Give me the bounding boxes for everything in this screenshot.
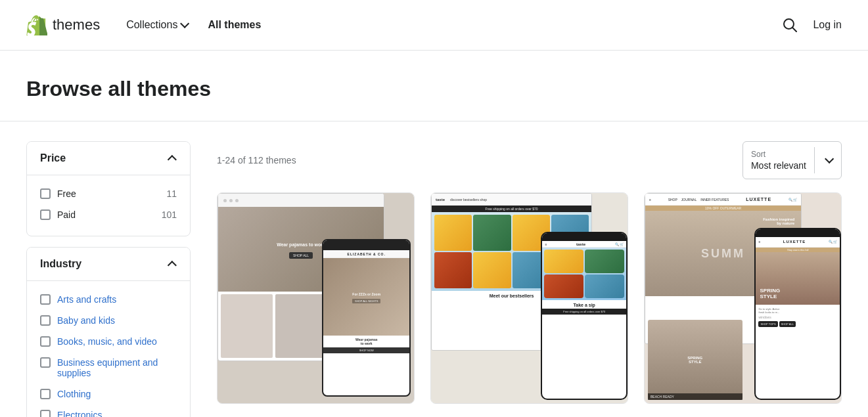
paid-checkbox[interactable] (40, 209, 51, 220)
chevron-down-icon (180, 19, 189, 28)
industry-business-equipment: Business equipment and supplies (40, 352, 177, 384)
logo-text: themes (53, 16, 100, 33)
card1-mobile-mockup: ELIZABETH & CO. For ZZZs or Zoom SHOP AL… (322, 239, 411, 397)
price-filter-body: Free 11 Paid 101 (27, 175, 190, 236)
industry-electronics: Electronics (40, 405, 177, 417)
login-button[interactable]: Log in (813, 19, 842, 31)
svg-line-1 (793, 28, 797, 32)
industry-filter-body: Arts and crafts Baby and kids Books, mus… (27, 280, 190, 417)
card3-secondary-image: SPRINGSTYLE BEACH READY (648, 320, 742, 400)
main-content: Price Free 11 Paid 101 (0, 141, 868, 417)
business-equipment-label[interactable]: Business equipment and supplies (57, 357, 177, 378)
industry-filter-header[interactable]: Industry (27, 248, 190, 280)
theme-cards-grid: Wear pajamas to work SHOP ALL (217, 192, 842, 404)
search-icon (783, 18, 797, 32)
arts-crafts-label[interactable]: Arts and crafts (57, 294, 116, 305)
baby-kids-label[interactable]: Baby and kids (57, 315, 115, 326)
theme-card-3[interactable]: ≡ SHOPJOURNALINNER FEATURES LUXETTE 🔍 🛒 … (644, 192, 842, 404)
theme-grid-area: 1-24 of 112 themes Sort Most relevant (217, 141, 842, 417)
sort-label: Sort (743, 144, 814, 160)
electronics-checkbox[interactable] (40, 410, 51, 417)
header-actions: Log in (783, 18, 842, 32)
price-filter-paid: Paid 101 (40, 204, 177, 225)
sort-value: Most relevant (743, 160, 814, 176)
price-filter-free: Free 11 (40, 183, 177, 204)
arts-crafts-checkbox[interactable] (40, 294, 51, 305)
hero-section: Browse all themes (0, 51, 868, 121)
books-music-checkbox[interactable] (40, 336, 51, 347)
theme-count: 1-24 of 112 themes (217, 155, 296, 165)
theme-card-1[interactable]: Wear pajamas to work SHOP ALL (217, 192, 415, 404)
price-filter-section: Price Free 11 Paid 101 (26, 141, 191, 236)
theme-grid-header: 1-24 of 112 themes Sort Most relevant (217, 141, 842, 179)
industry-filter-title: Industry (40, 258, 81, 270)
sort-chevron-down-icon (825, 154, 834, 164)
card3-image: ≡ SHOPJOURNALINNER FEATURES LUXETTE 🔍 🛒 … (645, 193, 841, 403)
clothing-checkbox[interactable] (40, 389, 51, 399)
business-equipment-checkbox[interactable] (40, 357, 51, 368)
paid-count: 101 (162, 209, 177, 220)
card3-mobile-mockup: ≡ LUXETTE 🔍 🛒 Stay warm this fall SPRING… (754, 228, 841, 400)
industry-arts-crafts: Arts and crafts (40, 289, 177, 310)
paid-label: Paid (57, 209, 76, 220)
price-filter-title: Price (40, 152, 66, 164)
card2-image: taste discover bestsellers shop Free shi… (431, 193, 628, 403)
nav-all-themes[interactable]: All themes (208, 19, 261, 31)
sort-select[interactable]: Sort Most relevant (742, 141, 842, 179)
industry-clothing: Clothing (40, 384, 177, 405)
books-music-label[interactable]: Books, music, and video (57, 336, 157, 347)
price-filter-header[interactable]: Price (27, 142, 190, 175)
card2-mobile-mockup: ≡ taste 🔍 🛒 Take a sip Fr (541, 232, 628, 400)
clothing-label[interactable]: Clothing (57, 389, 91, 399)
electronics-label[interactable]: Electronics (57, 410, 102, 417)
free-count: 11 (166, 188, 177, 199)
industry-baby-kids: Baby and kids (40, 310, 177, 331)
chevron-up-icon (168, 155, 177, 164)
sidebar: Price Free 11 Paid 101 (26, 141, 191, 417)
free-label: Free (57, 188, 76, 199)
industry-books-music: Books, music, and video (40, 331, 177, 352)
main-nav: Collections All themes (126, 19, 783, 31)
chevron-up-icon-industry (168, 261, 177, 270)
baby-kids-checkbox[interactable] (40, 315, 51, 326)
industry-filter-section: Industry Arts and crafts Baby and kids B… (26, 247, 191, 417)
theme-card-2[interactable]: taste discover bestsellers shop Free shi… (430, 192, 628, 404)
search-button[interactable] (783, 18, 797, 32)
free-checkbox[interactable] (40, 188, 51, 199)
page-title: Browse all themes (26, 77, 842, 101)
logo-link[interactable]: themes (26, 14, 100, 35)
sort-chevron-button[interactable] (815, 147, 841, 173)
header: themes Collections All themes Log in (0, 0, 868, 51)
shopify-logo-icon (26, 14, 47, 35)
nav-collections[interactable]: Collections (126, 19, 187, 31)
card1-image: Wear pajamas to work SHOP ALL (217, 193, 414, 403)
